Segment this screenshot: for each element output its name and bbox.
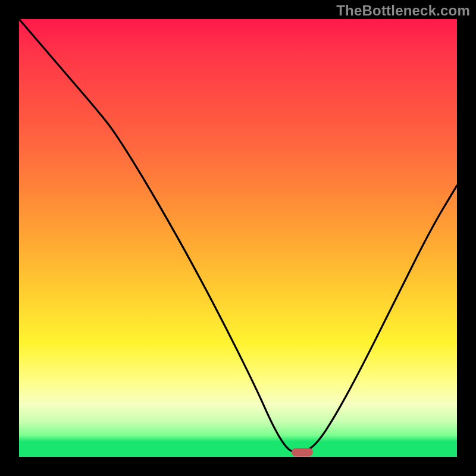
chart-plot-area (19, 19, 457, 457)
chart-frame: TheBottleneck.com (0, 0, 476, 476)
watermark-text: TheBottleneck.com (336, 2, 470, 19)
minimum-marker (292, 448, 313, 456)
